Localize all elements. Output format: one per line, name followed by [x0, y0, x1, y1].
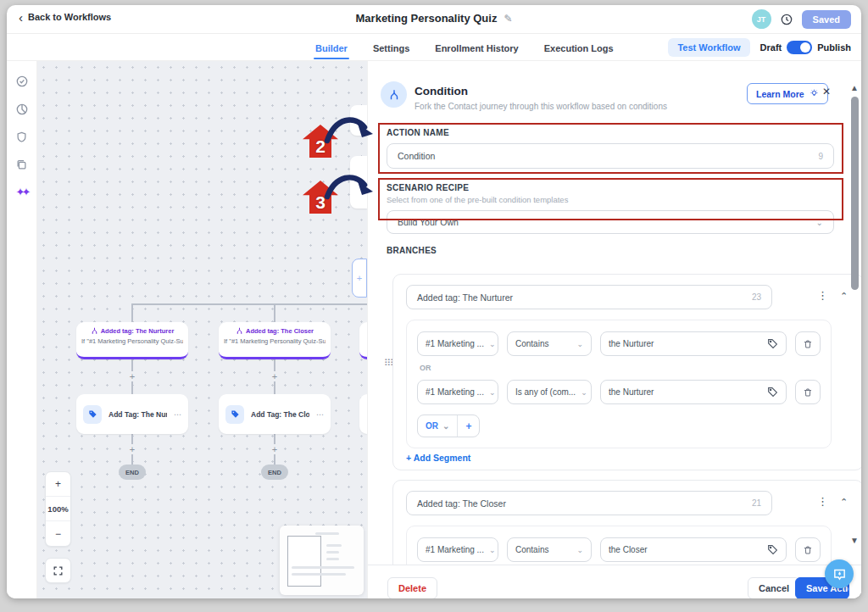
bulb-icon — [810, 89, 819, 98]
value-input[interactable]: the Nurturer — [600, 331, 787, 356]
back-to-workflows-button[interactable]: ‹ Back to Workflows — [19, 12, 111, 22]
chevron-down-icon: ⌄ — [489, 546, 496, 554]
node-subtitle: If "#1 Marketing Personality Quiz-Sur... — [81, 337, 183, 345]
operator-select[interactable]: Contains⌄ — [507, 537, 592, 562]
learn-more-label: Learn More — [756, 89, 804, 99]
branch-name-counter: 21 — [752, 498, 761, 508]
node-clipped[interactable] — [359, 394, 367, 434]
chat-widget-button[interactable] — [825, 559, 854, 588]
chat-bubble-icon — [832, 567, 847, 581]
check-circle-icon[interactable] — [15, 75, 29, 88]
publish-toggle[interactable] — [787, 41, 812, 54]
action-name-counter: 9 — [818, 152, 823, 161]
test-workflow-button[interactable]: Test Workflow — [668, 38, 749, 57]
delete-condition-icon[interactable] — [795, 331, 821, 356]
tab-enrollment-history[interactable]: Enrollment History — [433, 36, 520, 58]
or-dropdown[interactable]: OR⌄ — [418, 415, 457, 437]
value-input[interactable]: the Closer — [600, 537, 787, 562]
scrollbar-down-icon[interactable]: ▼ — [850, 536, 859, 545]
back-label: Back to Workflows — [28, 12, 111, 22]
draft-label: Draft — [760, 42, 782, 53]
branch-name-input[interactable]: Added tag: The Nurturer 23 — [406, 285, 772, 309]
zoom-out-button[interactable]: − — [46, 521, 70, 546]
condition-fork-icon — [381, 81, 407, 108]
pie-chart-icon[interactable] — [15, 103, 29, 116]
panel-footer: Delete Cancel Save Action — [368, 565, 861, 598]
avatar[interactable]: JT — [752, 9, 771, 29]
branch-menu-icon[interactable]: ⋮ — [817, 289, 828, 302]
value-text: the Nurturer — [609, 339, 762, 348]
node-branch-nurturer[interactable]: Added tag: The Nurturer If "#1 Marketing… — [76, 322, 188, 359]
saved-button[interactable]: Saved — [802, 10, 851, 29]
add-segment-link[interactable]: + Add Segment — [406, 453, 470, 463]
add-step-plus-icon[interactable]: + — [127, 444, 137, 454]
node-menu-icon[interactable]: ⋯ — [316, 410, 324, 419]
delete-button[interactable]: Delete — [387, 577, 437, 598]
node-add-tag-nurturer[interactable]: Add Tag: The Nurturer ⋯ — [76, 394, 188, 434]
tag-icon[interactable] — [767, 387, 778, 398]
add-branch-box[interactable]: + — [352, 259, 367, 298]
node-subtitle: If "#1 Marketing Personality Quiz-Sur... — [224, 337, 326, 345]
add-condition-button[interactable]: + — [457, 415, 479, 437]
close-panel-icon[interactable]: ✕ — [822, 86, 831, 97]
zoom-controls: + 100% − — [45, 471, 71, 547]
add-step-plus-icon[interactable]: + — [127, 371, 137, 381]
tab-execution-logs[interactable]: Execution Logs — [542, 36, 615, 58]
end-node: END — [119, 465, 146, 480]
tag-icon[interactable] — [767, 338, 778, 349]
shield-icon[interactable] — [15, 131, 28, 144]
field-select[interactable]: #1 Marketing ...⌄ — [417, 331, 498, 356]
operator-select[interactable]: Is any of (com...⌄ — [507, 380, 592, 404]
add-step-plus-icon[interactable]: + — [270, 371, 280, 381]
panel-subtitle: Fork the Contact journey through this wo… — [415, 102, 667, 111]
field-select[interactable]: #1 Marketing ...⌄ — [417, 537, 498, 562]
scenario-helper-text: Select from one of the pre-built conditi… — [387, 195, 568, 204]
node-branch-closer[interactable]: Added tag: The Closer If "#1 Marketing P… — [219, 322, 331, 359]
node-clipped — [350, 156, 367, 209]
branch-menu-icon[interactable]: ⋮ — [817, 495, 828, 508]
node-menu-icon[interactable]: ⋯ — [174, 410, 181, 419]
add-step-plus-icon[interactable]: + — [270, 444, 280, 454]
delete-condition-icon[interactable] — [795, 537, 821, 562]
action-name-input[interactable]: Condition 9 — [387, 143, 834, 169]
action-name-label: ACTION NAME — [387, 128, 449, 137]
branches-label: BRANCHES — [387, 246, 437, 255]
cancel-button[interactable]: Cancel — [748, 577, 800, 598]
connector-line — [131, 303, 133, 322]
tab-settings[interactable]: Settings — [371, 36, 411, 58]
collapse-branch-icon[interactable]: ⌃ — [840, 291, 848, 302]
zoom-level: 100% — [46, 497, 70, 521]
copy-icon[interactable] — [15, 159, 28, 171]
node-title: Added tag: The Nurturer — [101, 327, 175, 335]
history-icon[interactable] — [780, 13, 793, 26]
collapse-branch-icon[interactable]: ⌃ — [840, 497, 848, 508]
node-add-tag-closer[interactable]: Add Tag: The Closer ⋯ — [219, 394, 331, 434]
field-select[interactable]: #1 Marketing ...⌄ — [417, 380, 498, 404]
operator-select[interactable]: Contains⌄ — [507, 331, 592, 356]
tag-icon[interactable] — [767, 544, 778, 555]
condition-group: #1 Marketing ...⌄ Contains⌄ the Nurturer… — [406, 320, 832, 448]
tab-builder[interactable]: Builder — [314, 36, 349, 58]
branch-name-input[interactable]: Added tag: The Closer 21 — [406, 491, 772, 515]
value-input[interactable]: the Nurturer — [600, 380, 787, 404]
ai-sparkles-icon[interactable]: ✦✦ — [16, 186, 28, 198]
node-branch-clipped[interactable] — [359, 322, 367, 359]
chevron-down-icon: ⌄ — [442, 421, 449, 431]
tabs-bar: Builder Settings Enrollment History Exec… — [7, 34, 861, 61]
zoom-in-button[interactable]: + — [46, 472, 70, 497]
top-bar: ‹ Back to Workflows Marketing Personalit… — [7, 5, 861, 34]
minimap[interactable] — [280, 526, 364, 595]
edit-title-icon[interactable]: ✎ — [504, 13, 512, 25]
fullscreen-button[interactable] — [45, 558, 71, 583]
learn-more-button[interactable]: Learn More — [747, 83, 828, 104]
connector-line — [131, 303, 367, 305]
scrollbar-thumb[interactable] — [851, 97, 859, 290]
scrollbar-up-icon[interactable]: ▲ — [850, 83, 859, 92]
branch-name-value: Added tag: The Nurturer — [417, 292, 513, 303]
value-text: the Closer — [609, 545, 762, 554]
or-add-group: OR⌄ + — [417, 414, 480, 437]
workflow-title-text: Marketing Personality Quiz — [356, 12, 498, 25]
action-name-value: Condition — [398, 151, 435, 161]
delete-condition-icon[interactable] — [795, 380, 821, 404]
scenario-recipe-select[interactable]: Build Your Own ⌄ — [387, 210, 834, 234]
